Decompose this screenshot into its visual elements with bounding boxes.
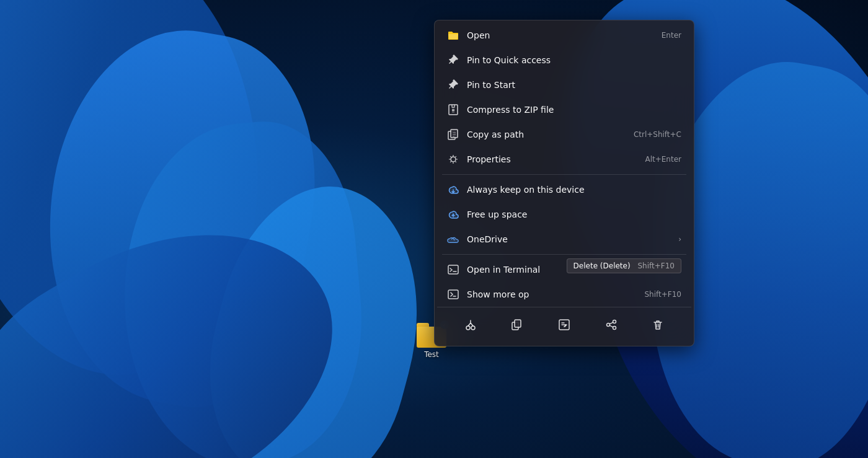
copy-path-label: Copy as path xyxy=(467,130,634,139)
onedrive-label: OneDrive xyxy=(467,234,673,244)
menu-item-open[interactable]: Open Enter xyxy=(437,23,691,48)
properties-icon xyxy=(447,153,459,165)
properties-shortcut: Alt+Enter xyxy=(645,155,681,164)
menu-item-open-terminal[interactable]: Open in Terminal xyxy=(437,257,691,282)
onedrive-icon xyxy=(447,233,459,245)
divider-1 xyxy=(442,174,686,175)
toolbar-delete-button[interactable] xyxy=(645,312,670,337)
terminal-icon xyxy=(447,263,459,276)
copy-path-icon xyxy=(447,128,459,141)
pin-start-label: Pin to Start xyxy=(467,80,681,90)
show-more-icon xyxy=(447,288,459,301)
svg-rect-5 xyxy=(448,265,458,274)
show-more-label: Show more op xyxy=(467,289,644,299)
open-terminal-label: Open in Terminal xyxy=(467,265,681,275)
folder-name: Test xyxy=(424,350,439,359)
svg-point-8 xyxy=(471,326,475,330)
menu-item-onedrive[interactable]: OneDrive › xyxy=(437,227,691,252)
menu-item-show-more[interactable]: Show more op Delete (Delete) Shift+F10 S… xyxy=(437,282,691,307)
menu-item-properties[interactable]: Properties Alt+Enter xyxy=(437,147,691,172)
toolbar-share-button[interactable] xyxy=(599,312,624,337)
menu-item-pin-quick-access[interactable]: Pin to Quick access xyxy=(437,48,691,73)
always-keep-icon xyxy=(447,183,459,196)
compress-zip-icon xyxy=(447,103,459,116)
free-up-space-icon xyxy=(447,208,459,221)
folder-open-icon xyxy=(447,29,459,42)
divider-2 xyxy=(442,254,686,255)
svg-rect-10 xyxy=(515,320,521,327)
menu-item-free-up-space[interactable]: Free up space xyxy=(437,202,691,227)
pin-start-icon xyxy=(447,79,459,91)
open-label: Open xyxy=(467,30,662,40)
svg-point-4 xyxy=(451,157,456,162)
toolbar-rename-button[interactable] xyxy=(552,312,577,337)
context-menu: Open Enter Pin to Quick access Pin to St… xyxy=(434,20,694,346)
toolbar-cut-button[interactable] xyxy=(458,312,483,337)
svg-point-7 xyxy=(466,326,470,330)
menu-item-pin-start[interactable]: Pin to Start xyxy=(437,73,691,97)
open-shortcut: Enter xyxy=(662,31,681,40)
copy-path-shortcut: Ctrl+Shift+C xyxy=(634,130,681,139)
always-keep-label: Always keep on this device xyxy=(467,185,681,195)
menu-item-copy-path[interactable]: Copy as path Ctrl+Shift+C xyxy=(437,122,691,147)
svg-point-14 xyxy=(613,327,616,330)
menu-item-compress-zip[interactable]: Compress to ZIP file xyxy=(437,97,691,122)
svg-point-12 xyxy=(613,320,616,324)
pin-quick-access-label: Pin to Quick access xyxy=(467,55,681,65)
onedrive-submenu-arrow: › xyxy=(678,235,681,244)
show-more-shortcut: Shift+F10 xyxy=(644,290,681,299)
menu-item-always-keep[interactable]: Always keep on this device xyxy=(437,177,691,202)
toolbar-copy-button[interactable] xyxy=(505,312,529,337)
pin-quick-access-icon xyxy=(447,54,459,66)
compress-zip-label: Compress to ZIP file xyxy=(467,105,681,115)
properties-label: Properties xyxy=(467,154,645,164)
free-up-space-label: Free up space xyxy=(467,209,681,219)
svg-point-13 xyxy=(606,324,609,327)
context-menu-toolbar xyxy=(437,307,691,342)
